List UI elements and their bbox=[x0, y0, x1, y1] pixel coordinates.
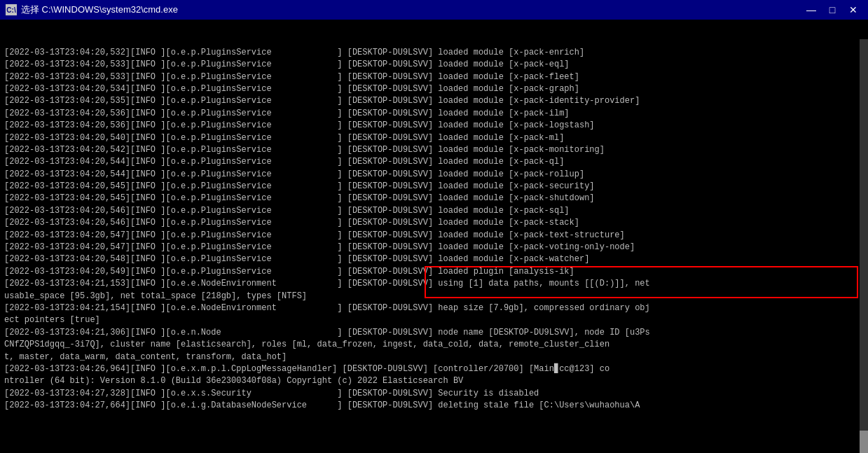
window-title: 选择 C:\WINDOWS\system32\cmd.exe bbox=[21, 4, 178, 16]
terminal-line: [2022-03-13T23:04:20,545][INFO ][o.e.p.P… bbox=[4, 181, 864, 193]
terminal-line: [2022-03-13T23:04:20,545][INFO ][o.e.p.P… bbox=[4, 193, 864, 204]
terminal-line: [2022-03-13T23:04:20,547][INFO ][o.e.p.P… bbox=[4, 230, 864, 242]
terminal-line: [2022-03-13T23:04:20,533][INFO ][o.e.p.P… bbox=[4, 59, 864, 71]
terminal-line: CNfZQPS1dgqq_-3i7Q], cluster name [elast… bbox=[4, 339, 864, 351]
terminal-line: [2022-03-13T23:04:20,540][INFO ][o.e.p.P… bbox=[4, 132, 864, 144]
cmd-icon: C:\ bbox=[6, 4, 17, 15]
title-bar-left: C:\ 选择 C:\WINDOWS\system32\cmd.exe bbox=[6, 4, 178, 16]
terminal-line: [2022-03-13T23:04:20,546][INFO ][o.e.p.P… bbox=[4, 217, 864, 229]
scrollbar-thumb[interactable] bbox=[860, 431, 868, 453]
window: C:\ 选择 C:\WINDOWS\system32\cmd.exe — □ ✕… bbox=[0, 0, 868, 453]
terminal-line: [2022-03-13T23:04:20,536][INFO ][o.e.p.P… bbox=[4, 120, 864, 132]
terminal-line: [2022-03-13T23:04:20,536][INFO ][o.e.p.P… bbox=[4, 108, 864, 120]
terminal-line: [2022-03-13T23:04:20,534][INFO ][o.e.p.P… bbox=[4, 83, 864, 95]
terminal-line: [2022-03-13T23:04:20,542][INFO ][o.e.p.P… bbox=[4, 144, 864, 156]
terminal-line: usable_space [95.3gb], net total_space [… bbox=[4, 291, 864, 302]
terminal-line: [2022-03-13T23:04:20,532][INFO ][o.e.p.P… bbox=[4, 47, 864, 59]
terminal-line: ntroller (64 bit): Version 8.1.0 (Build … bbox=[4, 375, 864, 387]
terminal-line: [2022-03-13T23:04:21,153][INFO ][o.e.e.N… bbox=[4, 278, 864, 290]
terminal-line: [2022-03-13T23:04:20,544][INFO ][o.e.p.P… bbox=[4, 156, 864, 168]
terminal-line: [2022-03-13T23:04:20,548][INFO ][o.e.p.P… bbox=[4, 253, 864, 265]
terminal-line: [2022-03-13T23:04:21,154][INFO ][o.e.e.N… bbox=[4, 302, 864, 314]
terminal-line: [2022-03-13T23:04:20,546][INFO ][o.e.p.P… bbox=[4, 205, 864, 217]
close-button[interactable]: ✕ bbox=[844, 3, 862, 17]
terminal-content: [2022-03-13T23:04:20,532][INFO ][o.e.p.P… bbox=[0, 20, 868, 453]
terminal-line: [2022-03-13T23:04:21,306][INFO ][o.e.n.N… bbox=[4, 327, 864, 339]
terminal-line: [2022-03-13T23:04:20,547][INFO ][o.e.p.P… bbox=[4, 242, 864, 253]
minimize-button[interactable]: — bbox=[802, 3, 820, 17]
terminal-line: [2022-03-13T23:04:20,549][INFO ][o.e.p.P… bbox=[4, 266, 864, 278]
maximize-button[interactable]: □ bbox=[823, 3, 841, 17]
terminal-line: [2022-03-13T23:04:26,964][INFO ][o.e.x.m… bbox=[4, 363, 864, 375]
terminal-line: [2022-03-13T23:04:20,535][INFO ][o.e.p.P… bbox=[4, 95, 864, 107]
terminal-line: [2022-03-13T23:04:27,664][INFO ][o.e.i.g… bbox=[4, 400, 864, 412]
title-bar: C:\ 选择 C:\WINDOWS\system32\cmd.exe — □ ✕ bbox=[0, 0, 868, 20]
terminal-wrapper: [2022-03-13T23:04:20,532][INFO ][o.e.p.P… bbox=[0, 20, 868, 453]
terminal-line: [2022-03-13T23:04:27,328][INFO ][o.e.x.s… bbox=[4, 388, 864, 400]
scrollbar[interactable] bbox=[860, 39, 868, 453]
terminal-line: t, master, data_warm, data_content, tran… bbox=[4, 351, 864, 363]
window-controls: — □ ✕ bbox=[802, 3, 862, 17]
terminal-line: [2022-03-13T23:04:20,544][INFO ][o.e.p.P… bbox=[4, 169, 864, 181]
terminal-line: ect pointers [true] bbox=[4, 314, 864, 326]
terminal-line: [2022-03-13T23:04:20,533][INFO ][o.e.p.P… bbox=[4, 71, 864, 83]
